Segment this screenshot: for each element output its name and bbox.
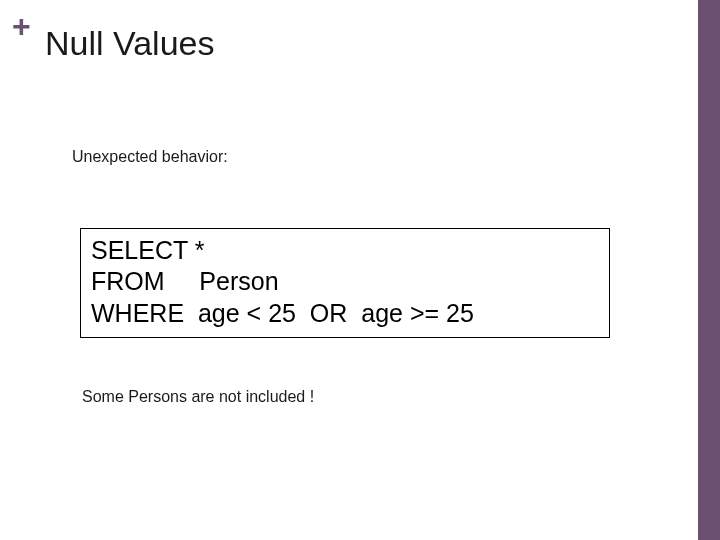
slide-title: Null Values bbox=[45, 24, 214, 63]
sql-line-1: SELECT * bbox=[91, 235, 599, 266]
sql-code-box: SELECT * FROM Person WHERE age < 25 OR a… bbox=[80, 228, 610, 338]
sql-line-2: FROM Person bbox=[91, 266, 599, 297]
subtitle-text: Unexpected behavior: bbox=[72, 148, 228, 166]
plus-icon: + bbox=[12, 10, 31, 42]
footnote-text: Some Persons are not included ! bbox=[82, 388, 314, 406]
decorative-side-stripe bbox=[698, 0, 720, 540]
sql-line-3: WHERE age < 25 OR age >= 25 bbox=[91, 298, 599, 329]
